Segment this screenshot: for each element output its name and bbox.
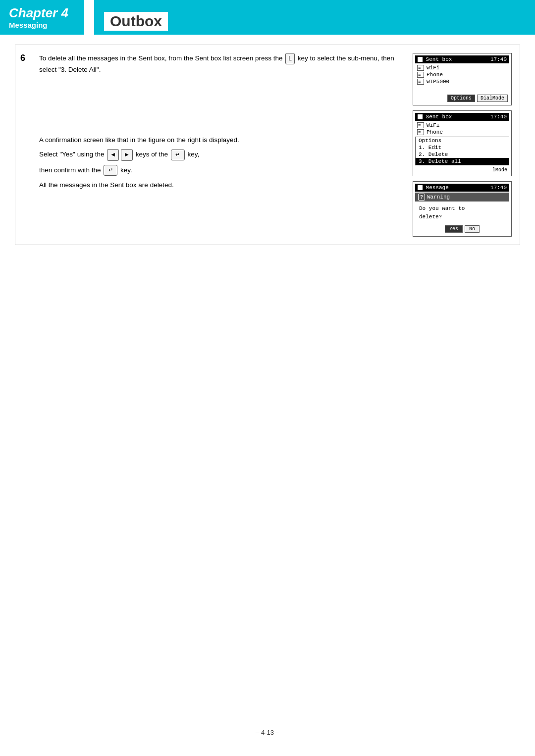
warning-q-icon: ?	[418, 194, 425, 201]
phone-msg-icon	[417, 72, 424, 78]
screen2-icon: Sent box	[418, 114, 452, 120]
warning-line1: Do you want to	[419, 204, 505, 213]
left-arrow-key: ◄	[107, 149, 119, 160]
step-para-5: All the messages in the Sent box are del…	[39, 180, 403, 191]
wip-msg-icon	[417, 79, 424, 85]
screen1-btn-dialmode: DialMode	[477, 95, 508, 102]
step-para-2: A confirmation screen like that in the f…	[39, 135, 403, 146]
page-content: 6 To delete all the messages in the Sent…	[0, 35, 535, 263]
screen3-warning-header: ? Warning	[415, 193, 509, 202]
section-title-block: Outbox	[94, 0, 535, 35]
screen2-row-phone: Phone	[415, 129, 509, 136]
screen1-icon: Sent box	[418, 56, 452, 62]
no-button[interactable]: No	[465, 225, 480, 233]
screen1-btn-options: Options	[447, 95, 475, 102]
screen2-options-menu: Options 1. Edit 2. Delete 3. Delete all	[415, 137, 509, 165]
nav-key-icon: ↵	[171, 150, 185, 160]
page-footer: – 4-13 –	[0, 729, 535, 736]
step-6-block: 6 To delete all the messages in the Sent…	[15, 45, 520, 245]
screen1-time: 17:40	[490, 56, 507, 62]
wifi-msg-icon	[417, 65, 424, 71]
screen2-header: Sent box 17:40	[415, 113, 509, 121]
yes-button[interactable]: Yes	[445, 225, 463, 233]
screenshots-panel: Sent box 17:40 WiFi Phone WIP5000 Op	[413, 53, 512, 237]
screen3: Message 17:40 ? Warning Do you want to d…	[413, 181, 512, 237]
screen3-header: Message 17:40	[415, 184, 509, 192]
menu-item-delete-all: 3. Delete all	[416, 158, 509, 165]
confirm-key-icon: ↵	[104, 165, 117, 176]
page-header: Chapter 4 Messaging Outbox	[0, 0, 535, 35]
submenu-key-icon: L	[285, 53, 295, 64]
screen2-dialmode: lMode	[415, 166, 509, 174]
warning-line2: delete?	[419, 213, 505, 221]
screen1-row-wifi: WiFi	[415, 64, 509, 71]
chapter-subtitle: Messaging	[9, 21, 75, 29]
screen1-wifi-label: WiFi	[427, 65, 439, 71]
screen2: Sent box 17:40 WiFi Phone Options 1. Edi…	[413, 110, 512, 176]
screen2-phone-icon	[417, 129, 424, 135]
screen2-wifi-label: WiFi	[427, 122, 439, 128]
step-instructions: To delete all the messages in the Sent b…	[39, 53, 413, 194]
step-para-4: then confirm with the ↵ key.	[39, 165, 403, 176]
screen1-phone-label: Phone	[427, 72, 443, 78]
section-title: Outbox	[104, 12, 168, 31]
screen1-row-wip: WIP5000	[415, 78, 509, 85]
screen3-time: 17:40	[490, 185, 507, 191]
step-para-3: Select "Yes" using the ◄► keys of the ↵ …	[39, 149, 403, 160]
screen1-footer: Options DialMode	[415, 94, 509, 103]
menu-item-delete: 2. Delete	[416, 151, 509, 158]
menu-item-edit: 1. Edit	[416, 144, 509, 151]
options-menu-title: Options	[416, 137, 509, 144]
chapter-block: Chapter 4 Messaging	[0, 0, 84, 35]
step-number: 6	[20, 53, 35, 63]
step-para-1: To delete all the messages in the Sent b…	[39, 53, 403, 75]
screen2-time: 17:40	[490, 114, 507, 120]
screen1-header: Sent box 17:40	[415, 55, 509, 63]
screen2-row-wifi: WiFi	[415, 122, 509, 129]
screen3-footer: Yes No	[415, 224, 509, 234]
header-gap	[84, 0, 94, 35]
screen1-wip-label: WIP5000	[427, 79, 449, 85]
right-arrow-key: ►	[121, 149, 133, 160]
screen3-icon: Message	[418, 185, 449, 191]
chapter-title: Chapter 4	[9, 5, 75, 21]
warning-label: Warning	[427, 194, 450, 200]
screen2-phone-label: Phone	[427, 129, 443, 135]
screen2-wifi-icon	[417, 122, 424, 128]
screen3-warning-body: Do you want to delete?	[415, 202, 509, 224]
page-number: – 4-13 –	[256, 729, 279, 736]
screen1-row-phone: Phone	[415, 71, 509, 78]
screen1: Sent box 17:40 WiFi Phone WIP5000 Op	[413, 53, 512, 105]
